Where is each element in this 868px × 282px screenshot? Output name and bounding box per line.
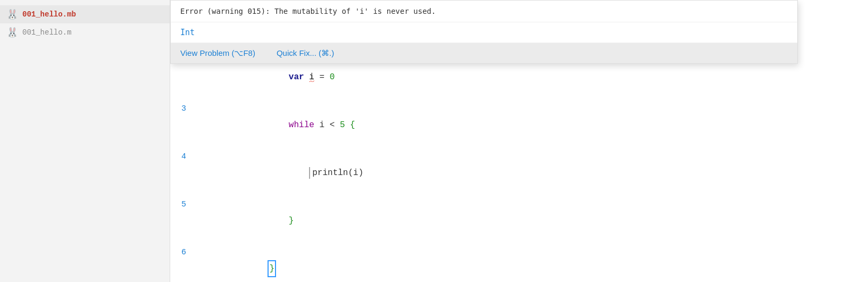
open-brace-3: { [350, 120, 355, 130]
quick-fix-link[interactable]: Quick Fix... (⌘.) [277, 48, 334, 58]
file-name-2: 001_hello.m [22, 28, 71, 37]
println-arg: i [353, 168, 358, 178]
line-content-3: while i < 5 { [197, 101, 868, 149]
sidebar-item-file-2[interactable]: 🐰 001_hello.m [0, 23, 170, 42]
editor-main: Error (warning 015): The mutability of '… [170, 0, 868, 282]
while-i: i [319, 120, 324, 130]
num-five: 5 [340, 120, 345, 130]
println-fn: println [312, 168, 348, 178]
code-line-5: 5 } [170, 197, 868, 245]
lt-op: < [330, 120, 335, 130]
popup-actions-row: View Problem (⌥F8) Quick Fix... (⌘.) [171, 43, 797, 63]
popup-error-row: Error (warning 015): The mutability of '… [171, 1, 797, 22]
close-brace-5: } [289, 216, 294, 226]
open-paren: ( [348, 168, 353, 178]
indent-bar-4 [309, 167, 310, 179]
code-line-6: 6 } [170, 245, 868, 282]
line-content-5: } [197, 197, 868, 245]
keyword-var: var [289, 72, 304, 82]
sidebar: 🐰 001_hello.mb 🐰 001_hello.m [0, 0, 170, 282]
file-icon-1: 🐰 [6, 9, 18, 20]
close-brace-6: } [268, 261, 276, 277]
view-problem-link[interactable]: View Problem (⌥F8) [180, 48, 255, 58]
line-number-6: 6 [170, 245, 197, 261]
line-number-5: 5 [170, 197, 197, 213]
line-number-3: 3 [170, 101, 197, 117]
popup-type-row: Int [171, 22, 797, 43]
keyword-while: while [289, 120, 314, 130]
line-content-4: println(i) [197, 149, 868, 197]
close-paren: ) [358, 168, 364, 178]
hover-popup: Error (warning 015): The mutability of '… [170, 0, 798, 64]
num-zero: 0 [330, 72, 335, 82]
assign-op: = [319, 72, 324, 82]
editor-container: 🐰 001_hello.mb 🐰 001_hello.m Error (warn… [0, 0, 868, 282]
popup-error-text: Error (warning 015): The mutability of '… [180, 7, 436, 15]
code-line-4: 4 println(i) [170, 149, 868, 197]
code-line-3: 3 while i < 5 { [170, 101, 868, 149]
line-content-6: } [197, 245, 868, 282]
file-icon-2: 🐰 [6, 27, 18, 38]
file-name-1: 001_hello.mb [22, 10, 76, 19]
sidebar-item-file-1[interactable]: 🐰 001_hello.mb [0, 5, 170, 23]
line-number-4: 4 [170, 149, 197, 165]
popup-type-text: Int [180, 28, 195, 37]
var-i: i [309, 72, 314, 82]
